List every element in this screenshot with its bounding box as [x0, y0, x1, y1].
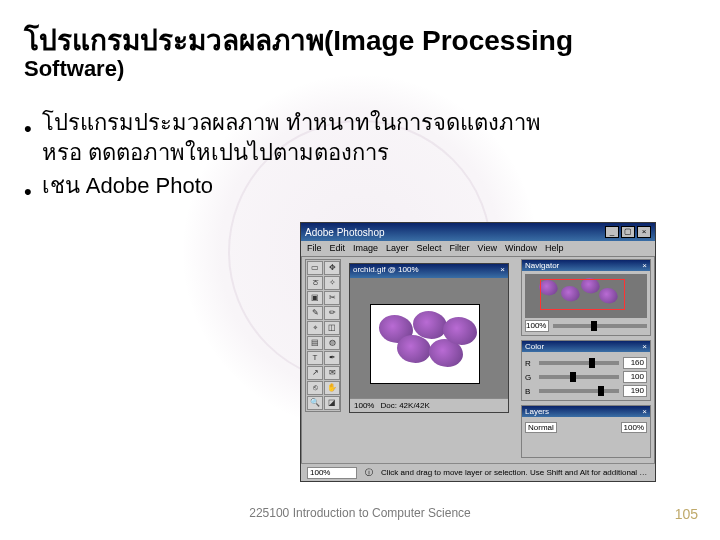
menu-item[interactable]: File — [307, 243, 322, 254]
marquee-tool-icon[interactable]: ▭ — [307, 261, 323, 275]
pencil-tool-icon[interactable]: ✏ — [324, 306, 340, 320]
opacity-value[interactable]: 100% — [621, 422, 647, 433]
hand-tool-icon[interactable]: ✋ — [324, 381, 340, 395]
menu-item[interactable]: Window — [505, 243, 537, 254]
menu-item[interactable]: Select — [417, 243, 442, 254]
palette-column: Navigator × 100% Color × — [521, 259, 651, 458]
navigator-viewbox[interactable] — [540, 279, 625, 310]
menu-item[interactable]: Edit — [330, 243, 346, 254]
color-label: Color — [525, 342, 544, 351]
menu-item[interactable]: Image — [353, 243, 378, 254]
doc-size: Doc: 42K/42K — [380, 401, 429, 410]
brush-tool-icon[interactable]: ✎ — [307, 306, 323, 320]
menu-item[interactable]: View — [478, 243, 497, 254]
slide-body: • โปรแกรมประมวลผลภาพ ทำหนาทในการจดแตงภาพ… — [24, 108, 584, 211]
app-title: Adobe Photoshop — [305, 227, 385, 238]
navigator-label: Navigator — [525, 261, 559, 270]
document-title: orchid.gif @ 100% — [353, 265, 419, 277]
navigator-thumbnail[interactable] — [525, 274, 647, 318]
minimize-icon[interactable]: _ — [605, 226, 619, 238]
wand-tool-icon[interactable]: ✧ — [324, 276, 340, 290]
app-statusbar: 100% ⓘ Click and drag to move layer or s… — [301, 463, 655, 481]
canvas-area[interactable] — [350, 278, 508, 398]
palette-close-icon[interactable]: × — [642, 407, 647, 416]
gradient-tool-icon[interactable]: ▤ — [307, 336, 323, 350]
slide-subtitle: Software) — [24, 56, 124, 82]
bullet-text: เชน Adobe Photo — [42, 171, 213, 207]
toolbox: ▭ ✥ ਠ ✧ ▣ ✂ ✎ ✏ ⌖ ◫ ▤ ◍ T ✒ ↗ ✉ ⎋ ✋ 🔍 ◪ — [305, 259, 341, 412]
lasso-tool-icon[interactable]: ਠ — [307, 276, 323, 290]
close-icon[interactable]: × — [637, 226, 651, 238]
channel-g-label: G — [525, 373, 535, 382]
app-titlebar: Adobe Photoshop _ ▢ × — [301, 223, 655, 241]
doc-close-icon[interactable]: × — [500, 265, 505, 277]
bullet-text: โปรแกรมประมวลผลภาพ ทำหนาทในการจดแตงภาพ ห… — [42, 108, 584, 167]
stamp-tool-icon[interactable]: ⌖ — [307, 321, 323, 335]
eraser-tool-icon[interactable]: ◫ — [324, 321, 340, 335]
crop-tool-icon[interactable]: ▣ — [307, 291, 323, 305]
layers-label: Layers — [525, 407, 549, 416]
info-icon: ⓘ — [365, 467, 373, 478]
g-slider[interactable] — [539, 375, 619, 379]
menu-item[interactable]: Layer — [386, 243, 409, 254]
document-statusbar: 100% Doc: 42K/42K — [350, 398, 508, 412]
bullet-item: • โปรแกรมประมวลผลภาพ ทำหนาทในการจดแตงภาพ… — [24, 108, 584, 167]
bucket-tool-icon[interactable]: ◍ — [324, 336, 340, 350]
r-slider[interactable] — [539, 361, 619, 365]
slide-footer: 225100 Introduction to Computer Science — [0, 506, 720, 520]
b-value[interactable]: 190 — [623, 385, 647, 397]
channel-r-label: R — [525, 359, 535, 368]
menu-item[interactable]: Filter — [450, 243, 470, 254]
slide-page-number: 105 — [675, 506, 698, 522]
document-window: orchid.gif @ 100% × 100% Doc: 42K/42K — [349, 263, 509, 413]
document-titlebar: orchid.gif @ 100% × — [350, 264, 508, 278]
statusbar-hint: Click and drag to move layer or selectio… — [381, 468, 649, 477]
app-menubar: File Edit Image Layer Select Filter View… — [301, 241, 655, 257]
r-value[interactable]: 160 — [623, 357, 647, 369]
maximize-icon[interactable]: ▢ — [621, 226, 635, 238]
navigator-zoom-value: 100% — [525, 320, 549, 332]
doc-zoom: 100% — [354, 401, 374, 410]
statusbar-zoom[interactable]: 100% — [307, 467, 357, 479]
move-tool-icon[interactable]: ✥ — [324, 261, 340, 275]
blend-mode[interactable]: Normal — [525, 422, 557, 433]
color-palette: Color × R 160 G 100 B 190 — [521, 340, 651, 401]
eyedropper-tool-icon[interactable]: ⎋ — [307, 381, 323, 395]
b-slider[interactable] — [539, 389, 619, 393]
bullet-dot-icon: • — [24, 108, 32, 167]
palette-close-icon[interactable]: × — [642, 342, 647, 351]
palette-close-icon[interactable]: × — [642, 261, 647, 270]
navigator-palette: Navigator × 100% — [521, 259, 651, 336]
path-tool-icon[interactable]: ↗ — [307, 366, 323, 380]
text-tool-icon[interactable]: T — [307, 351, 323, 365]
bullet-dot-icon: • — [24, 171, 32, 207]
bullet-item: • เชน Adobe Photo — [24, 171, 584, 207]
slice-tool-icon[interactable]: ✂ — [324, 291, 340, 305]
photoshop-screenshot: Adobe Photoshop _ ▢ × File Edit Image La… — [300, 222, 656, 482]
g-value[interactable]: 100 — [623, 371, 647, 383]
notes-tool-icon[interactable]: ✉ — [324, 366, 340, 380]
image-content — [370, 304, 480, 384]
fgbg-swatch-icon[interactable]: ◪ — [324, 396, 340, 410]
zoom-tool-icon[interactable]: 🔍 — [307, 396, 323, 410]
menu-item[interactable]: Help — [545, 243, 564, 254]
pen-tool-icon[interactable]: ✒ — [324, 351, 340, 365]
channel-b-label: B — [525, 387, 535, 396]
navigator-zoom-slider[interactable] — [553, 324, 647, 328]
layers-palette: Layers × Normal 100% — [521, 405, 651, 458]
